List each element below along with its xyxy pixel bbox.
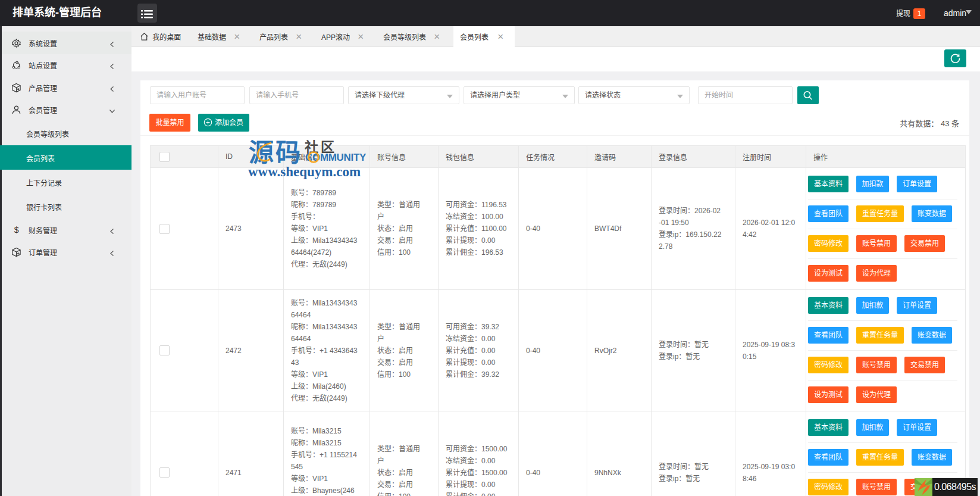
svg-text:$: $ (14, 225, 19, 235)
